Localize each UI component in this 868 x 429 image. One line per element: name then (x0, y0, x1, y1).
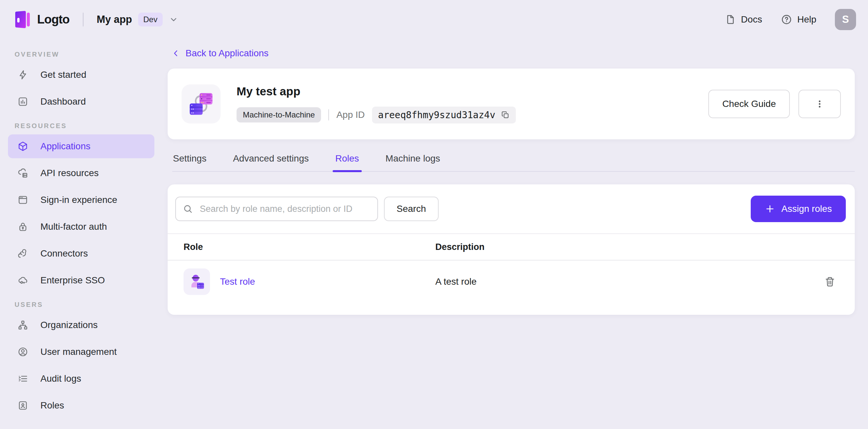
sidebar-item-label: Sign-in experience (40, 195, 117, 205)
column-header-role: Role (184, 242, 435, 252)
bar-chart-icon (17, 96, 29, 107)
connector-icon (17, 248, 29, 259)
section-label-resources: RESOURCES (14, 122, 148, 130)
role-cell: Test role (184, 268, 435, 295)
env-badge: Dev (138, 12, 163, 27)
docs-link[interactable]: Docs (725, 14, 762, 25)
more-actions-button[interactable] (799, 90, 841, 118)
lightning-icon (17, 69, 29, 80)
row-actions (805, 274, 855, 290)
app-id-pill[interactable]: areeq8fhmy9szud31az4v (372, 107, 516, 124)
m2m-app-icon (182, 85, 221, 124)
sidebar-item-connectors[interactable]: Connectors (8, 242, 154, 265)
app-title: My test app (237, 85, 516, 98)
list-icon (17, 373, 29, 384)
org-chart-icon (17, 320, 29, 331)
sidebar-item-get-started[interactable]: Get started (8, 63, 154, 87)
document-icon (725, 14, 737, 25)
cloud-key-icon (17, 275, 29, 286)
app-actions: Check Guide (708, 90, 841, 118)
meta-divider (328, 109, 329, 121)
role-description: A test role (435, 276, 805, 287)
roles-panel: Search Assign roles Role Description (168, 185, 855, 315)
kebab-icon (815, 99, 825, 109)
tenant-name: My app (97, 13, 132, 26)
app-id-label: App ID (336, 109, 365, 120)
roles-table: Role Description (168, 233, 855, 315)
lock-icon (17, 221, 29, 232)
column-header-description: Description (435, 242, 805, 252)
sidebar-item-api-resources[interactable]: API resources (8, 161, 154, 185)
cloud-server-icon (17, 167, 29, 179)
tab-machine-logs[interactable]: Machine logs (385, 151, 441, 171)
sidebar-item-label: API resources (40, 168, 99, 178)
search-input[interactable] (175, 197, 378, 221)
roles-card-footer (168, 303, 855, 315)
sidebar-item-multi-factor-auth[interactable]: Multi-factor auth (8, 215, 154, 239)
sidebar-item-audit-logs[interactable]: Audit logs (8, 367, 154, 391)
brand-name: Logto (37, 12, 69, 27)
delete-role-button[interactable] (822, 274, 838, 290)
sidebar-item-label: Organizations (40, 320, 98, 330)
sidebar-item-applications[interactable]: Applications (8, 134, 154, 158)
table-header-row: Role Description (168, 234, 855, 261)
sidebar-item-label: Enterprise SSO (40, 275, 105, 286)
browser-window-icon (17, 194, 29, 205)
roles-toolbar: Search Assign roles (168, 196, 855, 233)
docs-label: Docs (741, 14, 762, 25)
role-name-link[interactable]: Test role (220, 276, 255, 287)
sidebar-item-label: Multi-factor auth (40, 222, 107, 232)
sidebar-item-label: Applications (40, 141, 90, 152)
app-id-value: areeq8fhmy9szud31az4v (378, 109, 495, 121)
app-header-card: My test app Machine-to-Machine App ID ar… (168, 68, 855, 139)
tab-settings[interactable]: Settings (172, 151, 207, 171)
tab-bar: Settings Advanced settings Roles Machine… (172, 151, 855, 172)
table-row: Test role A test role (168, 261, 855, 303)
assign-roles-button[interactable]: Assign roles (751, 196, 846, 222)
role-avatar-icon (184, 268, 210, 295)
search-box (175, 197, 378, 221)
question-circle-icon (780, 13, 793, 26)
help-label: Help (797, 14, 816, 25)
section-label-users: USERS (14, 301, 148, 308)
trash-icon (824, 276, 836, 288)
sidebar-item-label: Connectors (40, 248, 88, 259)
topbar-divider (83, 12, 84, 27)
main-content: Back to Applications (162, 39, 868, 315)
sidebar: OVERVIEW Get started Dashboard RESOURCES… (0, 39, 162, 420)
user-circle-icon (17, 346, 29, 358)
copy-icon[interactable] (501, 110, 510, 120)
tenant-selector[interactable]: My app Dev (97, 12, 179, 27)
tab-roles[interactable]: Roles (335, 151, 360, 171)
sidebar-item-label: Get started (40, 69, 87, 80)
sidebar-item-label: Roles (40, 400, 64, 411)
avatar-initial: S (842, 13, 849, 26)
back-to-applications-link[interactable]: Back to Applications (172, 48, 269, 59)
sidebar-item-label: Dashboard (40, 96, 86, 107)
logto-logo-icon (13, 10, 30, 29)
back-link-label: Back to Applications (186, 48, 269, 59)
chevron-left-icon (172, 49, 180, 58)
topbar: Logto My app Dev Docs (0, 0, 868, 39)
sidebar-item-label: Audit logs (40, 373, 81, 384)
sidebar-item-organizations[interactable]: Organizations (8, 313, 154, 337)
avatar[interactable]: S (835, 9, 856, 30)
cube-icon (17, 141, 29, 152)
search-button[interactable]: Search (384, 197, 439, 221)
sidebar-item-sign-in-experience[interactable]: Sign-in experience (8, 188, 154, 212)
section-label-overview: OVERVIEW (14, 51, 148, 58)
tab-advanced-settings[interactable]: Advanced settings (232, 151, 309, 171)
sidebar-item-dashboard[interactable]: Dashboard (8, 90, 154, 113)
topbar-right: Docs Help S (725, 9, 856, 30)
sidebar-item-roles[interactable]: Roles (8, 394, 154, 418)
sidebar-item-enterprise-sso[interactable]: Enterprise SSO (8, 268, 154, 292)
check-guide-button[interactable]: Check Guide (708, 90, 790, 118)
help-link[interactable]: Help (780, 13, 816, 26)
sidebar-item-user-management[interactable]: User management (8, 340, 154, 364)
logto-brand[interactable]: Logto (13, 10, 69, 29)
sidebar-item-label: User management (40, 346, 117, 357)
plus-icon (765, 204, 775, 214)
app-type-badge: Machine-to-Machine (237, 107, 321, 123)
app-meta: Machine-to-Machine App ID areeq8fhmy9szu… (237, 107, 516, 124)
id-badge-icon (17, 400, 29, 411)
